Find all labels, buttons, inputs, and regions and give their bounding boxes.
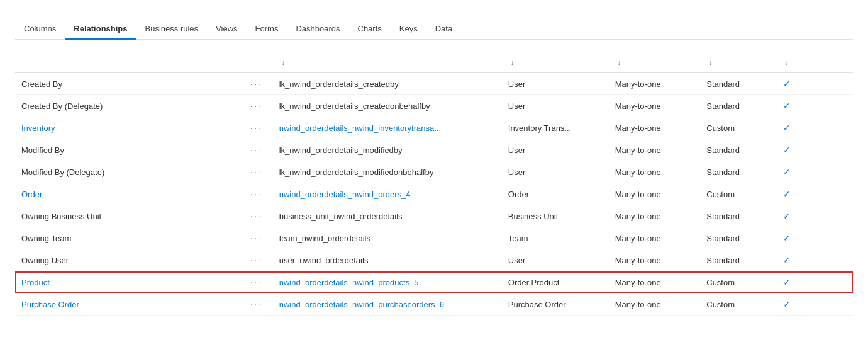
related-table-sort-icon: ↓ [511, 59, 514, 66]
col-header-dots [244, 52, 273, 72]
type-cell: Standard [700, 139, 776, 161]
tab-business-rules[interactable]: Business rules [136, 19, 208, 40]
row-context-menu-dots[interactable]: ··· [244, 72, 273, 95]
tab-forms[interactable]: Forms [247, 19, 287, 40]
table-row[interactable]: Modified By (Delegate)···lk_nwind_orderd… [15, 161, 853, 183]
check-icon: ✓ [783, 189, 791, 199]
row-context-menu-dots[interactable]: ··· [244, 205, 273, 227]
related-table-cell: Team [502, 227, 609, 249]
related-table-cell: User [502, 72, 609, 95]
display-name-cell[interactable]: Created By [15, 72, 244, 95]
col-header-related-table[interactable]: ↓ [502, 52, 609, 72]
row-context-menu-dots[interactable]: ··· [244, 161, 273, 183]
row-context-menu-dots[interactable]: ··· [244, 293, 273, 316]
check-icon: ✓ [783, 145, 791, 155]
tab-data[interactable]: Data [426, 19, 461, 40]
table-row[interactable]: Purchase Order···nwind_orderdetails_nwin… [15, 293, 853, 316]
related-table-cell: Business Unit [502, 205, 609, 227]
check-icon: ✓ [783, 79, 791, 89]
type-cell: Standard [700, 72, 776, 95]
row-context-menu-dots[interactable]: ··· [244, 95, 273, 117]
relationship-name-cell: user_nwind_orderdetails [273, 249, 502, 271]
relationship-type-cell: Many-to-one [609, 95, 701, 117]
tab-keys[interactable]: Keys [391, 19, 426, 40]
customizable-cell: ✓ [777, 161, 853, 183]
display-name-cell[interactable]: Owning Team [15, 227, 244, 249]
check-icon: ✓ [783, 167, 791, 177]
customizable-cell: ✓ [777, 72, 853, 95]
table-row[interactable]: Owning Team···team_nwind_orderdetailsTea… [15, 227, 853, 249]
relationship-name-cell: lk_nwind_orderdetails_modifiedby [273, 139, 502, 161]
type-cell: Standard [700, 227, 776, 249]
relationship-type-cell: Many-to-one [609, 205, 701, 227]
display-name-cell[interactable]: Owning User [15, 249, 244, 271]
col-header-type[interactable]: ↓ [700, 52, 776, 72]
tab-dashboards[interactable]: Dashboards [287, 19, 348, 40]
relationship-type-cell: Many-to-one [609, 183, 701, 205]
table-row[interactable]: Created By (Delegate)···lk_nwind_orderde… [15, 95, 853, 117]
row-context-menu-dots[interactable]: ··· [244, 227, 273, 249]
relationship-name-cell: lk_nwind_orderdetails_createdonbehalfby [273, 95, 502, 117]
display-name-cell[interactable]: Modified By (Delegate) [15, 161, 244, 183]
relationship-name-cell: nwind_orderdetails_nwind_inventorytransа… [273, 117, 502, 139]
related-table-cell: Order Product [502, 271, 609, 293]
customizable-cell: ✓ [777, 205, 853, 227]
tab-columns[interactable]: Columns [15, 19, 65, 40]
tab-views[interactable]: Views [207, 19, 246, 40]
display-name-cell[interactable]: Modified By [15, 139, 244, 161]
col-header-relationship-name[interactable]: ↓ [273, 52, 502, 72]
table-row[interactable]: Owning Business Unit···business_unit_nwi… [15, 205, 853, 227]
table-row[interactable]: Owning User···user_nwind_orderdetailsUse… [15, 249, 853, 271]
display-name-cell[interactable]: Inventory [15, 117, 244, 139]
rel-type-sort-icon: ↓ [618, 59, 621, 66]
type-cell: Custom [700, 293, 776, 316]
related-table-cell: Purchase Order [502, 293, 609, 316]
display-name-cell[interactable]: Product [15, 271, 244, 293]
custom-sort-icon: ↓ [786, 59, 789, 66]
table-row[interactable]: Created By···lk_nwind_orderdetails_creat… [15, 72, 853, 95]
row-context-menu-dots[interactable]: ··· [244, 117, 273, 139]
check-icon: ✓ [783, 211, 791, 221]
display-name-cell[interactable]: Purchase Order [15, 293, 244, 316]
relationship-type-cell: Many-to-one [609, 72, 701, 95]
row-context-menu-dots[interactable]: ··· [244, 139, 273, 161]
relationships-table: ↓ ↓ ↓ ↓ ↓ [15, 52, 853, 316]
col-header-custom[interactable]: ↓ [777, 52, 853, 72]
relationship-name-cell: business_unit_nwind_orderdetails [273, 205, 502, 227]
type-cell: Standard [700, 249, 776, 271]
table-row[interactable]: Inventory···nwind_orderdetails_nwind_inv… [15, 117, 853, 139]
row-context-menu-dots[interactable]: ··· [244, 249, 273, 271]
row-context-menu-dots[interactable]: ··· [244, 271, 273, 293]
display-name-cell[interactable]: Created By (Delegate) [15, 95, 244, 117]
relationship-type-cell: Many-to-one [609, 227, 701, 249]
table-header-row: ↓ ↓ ↓ ↓ ↓ [15, 52, 853, 72]
relationship-type-cell: Many-to-one [609, 249, 701, 271]
relationship-type-cell: Many-to-one [609, 293, 701, 316]
type-cell: Standard [700, 205, 776, 227]
relationships-table-wrapper: ↓ ↓ ↓ ↓ ↓ [15, 52, 853, 316]
row-context-menu-dots[interactable]: ··· [244, 183, 273, 205]
col-header-display-name[interactable] [15, 52, 244, 72]
table-row[interactable]: Order···nwind_orderdetails_nwind_orders_… [15, 183, 853, 205]
relationship-type-cell: Many-to-one [609, 161, 701, 183]
related-table-cell: User [502, 161, 609, 183]
main-container: Columns Relationships Business rules Vie… [0, 0, 868, 326]
table-row[interactable]: Modified By···lk_nwind_orderdetails_modi… [15, 139, 853, 161]
tab-relationships[interactable]: Relationships [65, 19, 136, 40]
check-icon: ✓ [783, 277, 791, 287]
relationship-type-cell: Many-to-one [609, 271, 701, 293]
type-cell: Standard [700, 161, 776, 183]
col-header-rel-type[interactable]: ↓ [609, 52, 701, 72]
customizable-cell: ✓ [777, 249, 853, 271]
display-name-cell[interactable]: Owning Business Unit [15, 205, 244, 227]
table-body: Created By···lk_nwind_orderdetails_creat… [15, 72, 853, 316]
customizable-cell: ✓ [777, 95, 853, 117]
customizable-cell: ✓ [777, 271, 853, 293]
type-cell: Custom [700, 183, 776, 205]
related-table-cell: User [502, 249, 609, 271]
display-name-cell[interactable]: Order [15, 183, 244, 205]
relationship-type-cell: Many-to-one [609, 117, 701, 139]
tab-charts[interactable]: Charts [349, 19, 391, 40]
table-row[interactable]: Product···nwind_orderdetails_nwind_produ… [15, 271, 853, 293]
type-cell: Standard [700, 95, 776, 117]
